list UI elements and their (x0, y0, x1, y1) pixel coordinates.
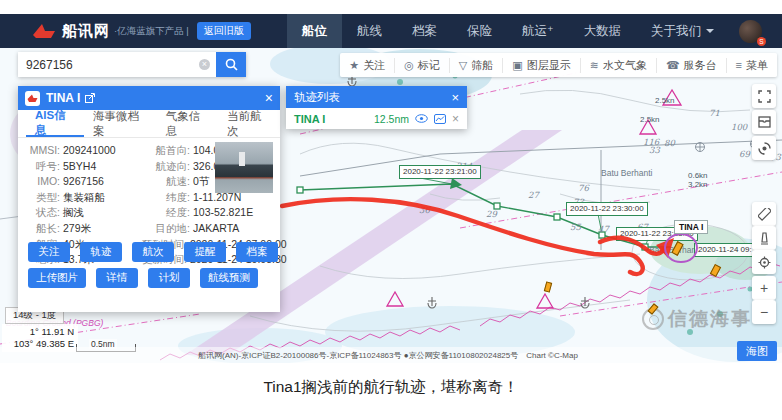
toolbar-mark[interactable]: ◎标记 (395, 58, 450, 73)
filter-icon: ▽ (459, 59, 467, 72)
nav-item-about[interactable]: 关于我们 (636, 14, 729, 48)
type-value: 集装箱船 (63, 190, 105, 206)
ruler-icon (758, 208, 771, 221)
measure-button[interactable] (752, 202, 776, 226)
user-avatar[interactable]: S (729, 14, 782, 48)
main-nav: 船位 航线 档案 保险 航运⁺ 大数据 关于我们 (287, 14, 729, 48)
depth-sounding: 100 (731, 122, 747, 132)
brand[interactable]: 船讯网 ·亿海蓝旗下产品 | 返回旧版 (0, 14, 251, 48)
toolbar-service-desk[interactable]: ☎服务台 (657, 58, 727, 73)
vessel-actions-row1: 关注 轨迹 航次 提醒 档案 (28, 242, 278, 262)
vessel-photo[interactable] (215, 142, 273, 193)
typhoon-button[interactable] (752, 136, 776, 160)
fullscreen-button[interactable] (752, 84, 776, 108)
track-list-header: 轨迹列表 × (286, 86, 467, 108)
wave-icon: ≋ (590, 59, 599, 72)
vessel-logo-icon (25, 91, 40, 106)
clear-search-icon[interactable]: × (199, 59, 210, 70)
close-icon[interactable]: × (265, 91, 273, 105)
external-link-icon[interactable] (85, 93, 95, 103)
track-list-title: 轨迹列表 (294, 90, 340, 105)
depth-sounding: 71 (709, 108, 720, 118)
nav-item-archives[interactable]: 档案 (397, 14, 452, 48)
toolbar-filter-ships[interactable]: ▽筛船 (450, 58, 503, 73)
close-icon[interactable]: × (451, 91, 459, 104)
depth-sounding: 29 (486, 209, 497, 219)
depth-sounding: 69 (739, 149, 750, 159)
article-image: 船讯网 ·亿海蓝旗下产品 | 返回旧版 船位 航线 档案 保险 航运⁺ 大数据 … (0, 0, 782, 420)
current-label: 3.2kn (688, 180, 708, 189)
search-button[interactable] (216, 52, 246, 77)
chevron-down-icon (706, 29, 714, 33)
depth-sounding: 27 (528, 190, 539, 200)
zoom-in-button[interactable]: + (752, 276, 776, 300)
chart-mode-button[interactable]: 海图 (737, 341, 777, 361)
remove-track-icon[interactable]: × (452, 112, 459, 126)
depth-sounding: 47 (598, 224, 609, 234)
brand-suffix: ·亿海蓝旗下产品 | (114, 25, 189, 38)
snapshot-button[interactable] (752, 110, 776, 134)
notification-badge: S (757, 37, 766, 46)
tab-ais-info[interactable]: AIS信息 (26, 110, 84, 137)
watermark: 信德海事 (642, 306, 752, 332)
ship-map-label[interactable]: TINA I (674, 220, 708, 234)
vessel-popup-tabs: AIS信息 海事微档案 气象信息 当前航次 (18, 110, 280, 138)
nav-item-ship-position[interactable]: 船位 (287, 14, 342, 48)
speed-chart-icon[interactable] (434, 114, 446, 124)
locate-button[interactable] (752, 250, 776, 274)
nav-item-insurance[interactable]: 保险 (452, 14, 507, 48)
latitude-readout: 1° 11.91 N (6, 326, 74, 338)
search-input[interactable] (18, 52, 216, 77)
eye-icon[interactable] (415, 114, 428, 123)
toolbar-menu[interactable]: ≡菜单 (727, 58, 777, 73)
star-icon: ★ (349, 59, 359, 72)
map-toolbar: ★关注 ◎标记 ▽筛船 ▣图层显示 ≋水文气象 ☎服务台 ≡菜单 (340, 53, 777, 77)
toolbar-layers[interactable]: ▣图层显示 (503, 58, 580, 73)
back-to-old-version-button[interactable]: 返回旧版 (197, 22, 251, 40)
nav-item-routes[interactable]: 航线 (342, 14, 397, 48)
vessel-title: TINA I (46, 91, 80, 105)
typhoon-icon (758, 142, 771, 155)
nav-item-shipping[interactable]: 航运⁺ (507, 14, 569, 48)
copyright-bar: 船讯网(AN)-京ICP证B2-20100086号-京ICP备11024863号… (0, 347, 782, 363)
headset-icon: ☎ (666, 59, 680, 72)
follow-button[interactable]: 关注 (28, 242, 70, 262)
navaid-button[interactable] (752, 226, 776, 250)
top-navigation-bar: 船讯网 ·亿海蓝旗下产品 | 返回旧版 船位 航线 档案 保险 航运⁺ 大数据 … (0, 14, 782, 48)
voyage-button[interactable]: 航次 (132, 242, 174, 262)
depth-sounding: 33 (649, 145, 660, 155)
lighthouse-icon (759, 232, 770, 245)
depth-sounding: 80 (664, 138, 675, 148)
shipxy-logo-icon (32, 23, 56, 40)
depth-sounding: 55 (570, 222, 581, 232)
archive-button[interactable]: 档案 (236, 242, 278, 262)
track-list-popup: 轨迹列表 × TINA I 12.5nm × (286, 86, 467, 129)
archive-box-icon (758, 116, 771, 128)
vessel-info-popup: TINA I × AIS信息 海事微档案 气象信息 当前航次 MMSI:2092… (18, 86, 280, 312)
toolbar-weather[interactable]: ≋水文气象 (581, 58, 657, 73)
alert-button[interactable]: 提醒 (184, 242, 226, 262)
toolbar-follow[interactable]: ★关注 (340, 58, 395, 73)
zoom-out-button[interactable]: − (752, 300, 776, 324)
shipxy-screenshot: 船讯网 ·亿海蓝旗下产品 | 返回旧版 船位 航线 档案 保险 航运⁺ 大数据 … (0, 14, 782, 363)
track-button[interactable]: 轨迹 (80, 242, 122, 262)
mmsi-value: 209241000 (63, 143, 116, 159)
search-icon (225, 58, 238, 71)
tab-current-voyage[interactable]: 当前航次 (218, 110, 280, 137)
callsign-value: 5BYH4 (63, 159, 96, 175)
track-list-item[interactable]: TINA I 12.5nm × (286, 108, 467, 129)
menu-icon: ≡ (736, 59, 742, 71)
depth-sounding: 36 (419, 205, 430, 215)
place-label: Batu Berhanti (601, 168, 653, 178)
upload-photo-button[interactable]: 上传图片 (28, 268, 86, 288)
tab-maritime-archive[interactable]: 海事微档案 (84, 110, 157, 137)
nav-item-bigdata[interactable]: 大数据 (569, 14, 637, 48)
tab-weather-info[interactable]: 气象信息 (157, 110, 219, 137)
track-timestamp-label: 2020-11-22 23:21:00 (399, 165, 481, 179)
details-button[interactable]: 详情 (96, 268, 138, 288)
watermark-text: 信德海事 (668, 306, 752, 332)
track-timestamp-label: 2020-11-22 23:30:00 (566, 202, 648, 216)
route-forecast-button[interactable]: 航线预测 (200, 268, 258, 288)
plan-button[interactable]: 计划 (148, 268, 190, 288)
status-value: 搁浅 (63, 205, 84, 221)
